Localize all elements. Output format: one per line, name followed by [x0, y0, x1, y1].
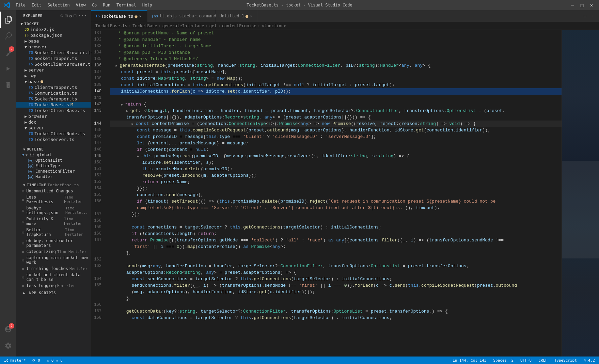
- timeline-trapreturn[interactable]: ◇ Better TrapReturn Timo Hertzler: [16, 227, 91, 238]
- breadcrumb-prop[interactable]: get: [209, 23, 217, 28]
- activity-search[interactable]: [0, 28, 16, 44]
- timeline-socket-client[interactable]: ◇ socket and client data can't be se: [16, 272, 91, 283]
- timeline-less-parenthesis[interactable]: ◇ Less Parenthesis Timo Hertzler: [16, 194, 91, 205]
- code-line-164: const sendConnections = targetSelector ?…: [110, 276, 562, 282]
- file-socketclientbrowser1[interactable]: TS SocketClientBrowser.ts: [16, 50, 91, 56]
- status-spaces[interactable]: Spaces: 2: [492, 358, 515, 363]
- code-content[interactable]: * @param presetName - Name of preset * @…: [108, 30, 562, 357]
- activity-settings[interactable]: [0, 337, 16, 354]
- npm-section[interactable]: ▶ NPM SCRIPTS: [16, 289, 91, 296]
- outline-optionslist[interactable]: [◎] OptionsList: [16, 158, 91, 163]
- code-line-135: * @category Internal Methods*/: [110, 56, 562, 62]
- git-branch-icon: ⎇: [4, 358, 9, 363]
- code-line-148: if (content)content = null;: [110, 146, 562, 153]
- folder-base-main[interactable]: ▼ base: [16, 79, 91, 84]
- code-line-153: return presetName;: [110, 179, 562, 185]
- timeline-less-logging[interactable]: ◇ less logging Hertzler: [16, 283, 91, 289]
- split-editor-icon[interactable]: ⊟: [584, 14, 586, 18]
- tab-close-untitled[interactable]: ✕: [248, 13, 254, 19]
- menu-edit[interactable]: Edit: [29, 2, 44, 8]
- folder-doc[interactable]: ▶ doc: [16, 119, 91, 125]
- file-index2js[interactable]: JS index2.js: [16, 27, 91, 32]
- timeline-tinishing[interactable]: ◇ tinishing fouches Hertzler: [16, 266, 91, 272]
- folder-base-top[interactable]: ▶ base: [16, 38, 91, 44]
- outline-title[interactable]: ▼ OUTLINE: [16, 145, 91, 152]
- status-sync[interactable]: ⟳ 0: [31, 358, 41, 363]
- menu-help[interactable]: Help: [140, 2, 155, 8]
- breadcrumb-file[interactable]: TocketBase.ts: [95, 23, 127, 28]
- project-root[interactable]: ▼ TOCKET: [16, 21, 91, 27]
- new-file-icon[interactable]: ⊕: [60, 13, 63, 18]
- outline-filtertype[interactable]: [◎] FilterType: [16, 163, 91, 169]
- sidebar: EXPLORER ⊕ ⊞ ↻ ⊟ ··· ▼ TOCKET JS index2.…: [16, 10, 91, 357]
- timeline-publicity[interactable]: ◇ Publicity & more Timo Hertzler: [16, 216, 91, 227]
- minimize-button[interactable]: ─: [568, 1, 577, 9]
- file-socketclientbrowser2[interactable]: TS SocketClientBrowser.ts: [16, 61, 91, 67]
- timeline-title[interactable]: ▼ TIMELINE TocketBase.ts: [16, 181, 91, 188]
- activity-source-control[interactable]: 2: [0, 44, 16, 61]
- activity-run[interactable]: [0, 61, 16, 77]
- status-line-ending[interactable]: CRLF: [537, 358, 549, 363]
- file-communication[interactable]: TS Communication.ts: [16, 90, 91, 96]
- status-language[interactable]: TypeScript: [553, 358, 578, 363]
- refresh-icon[interactable]: ↻: [69, 13, 72, 18]
- status-ts-version[interactable]: 4.4.2: [582, 358, 596, 363]
- code-line-166b: [110, 302, 562, 308]
- file-tocketclientnode[interactable]: TS TocketClientNode.ts: [16, 131, 91, 137]
- folder-server2[interactable]: ▼ server: [16, 125, 91, 131]
- folder-server[interactable]: ▶ server: [16, 67, 91, 73]
- code-editor[interactable]: 131 132 133 134 135 136 137 138 139 140 …: [91, 30, 599, 357]
- status-position[interactable]: Ln 144, Col 143: [451, 358, 488, 363]
- status-encoding[interactable]: UTF-8: [519, 358, 533, 363]
- outline-connectionfilter[interactable]: [◎] ConnectionFilter: [16, 169, 91, 174]
- ellipsis-icon[interactable]: ···: [78, 13, 87, 18]
- code-line-159: const connections = targetSelector ? thi…: [110, 224, 562, 231]
- tab-tocketbase[interactable]: TS TocketBase.ts ● ✕: [91, 10, 147, 22]
- outline-global[interactable]: ⊟ ▼ {} global: [16, 152, 91, 158]
- outline-handler[interactable]: [◎] Handler: [16, 174, 91, 179]
- code-line-144: ▶const contentPromise = (connection:Conn…: [110, 121, 562, 127]
- menu-go[interactable]: Go: [89, 2, 99, 8]
- status-errors[interactable]: ⚠ 0 △ 6: [46, 358, 64, 363]
- timeline-constructor[interactable]: ◇ oh boy, constructor parameters: [16, 238, 91, 249]
- timeline-categorizing[interactable]: ◇ categorizing Timo Hertzler: [16, 249, 91, 255]
- activity-account[interactable]: 2: [0, 321, 16, 337]
- code-line-149: ▶this.promiseMap.set(promiseID, {message…: [110, 153, 562, 159]
- folder-browser-top[interactable]: ▼ browser: [16, 44, 91, 50]
- tab-untitled[interactable]: Untitled-1 ● ✕: [216, 10, 258, 22]
- activity-explorer[interactable]: [0, 12, 16, 28]
- activity-extensions[interactable]: [0, 77, 16, 93]
- folder-wp[interactable]: ▶ _wp: [16, 73, 91, 79]
- file-sockettrapper1[interactable]: TS SocketTrapper.ts: [16, 56, 91, 61]
- tab-close-tocketbase[interactable]: ✕: [138, 14, 143, 19]
- timeline-capturing[interactable]: ◇ capturing main socket now work: [16, 255, 91, 266]
- timeline-byebye[interactable]: ◇ byebye settings.json Timo Hertzle...: [16, 205, 91, 216]
- status-branch[interactable]: ⎇ master*: [3, 358, 27, 363]
- menu-file[interactable]: File: [13, 2, 28, 8]
- breadcrumb: TocketBase.ts › TocketBase › generateInt…: [91, 22, 599, 30]
- folder-browser2[interactable]: ▶ browser: [16, 113, 91, 119]
- collapse-icon[interactable]: ⊟: [74, 13, 77, 18]
- breadcrumb-method[interactable]: generateInterface: [162, 23, 204, 28]
- tab-sidebar[interactable]: {ns lt.objs.sidebar.command ✕: [147, 10, 216, 22]
- close-button[interactable]: ✕: [587, 1, 596, 9]
- code-line-141: [110, 95, 562, 101]
- file-packagejson[interactable]: {} package.json: [16, 32, 91, 38]
- file-tocketclientbase[interactable]: TS TocketClientBase.ts: [16, 108, 91, 113]
- file-tocketbase[interactable]: TS TocketBase.ts M: [16, 102, 91, 108]
- more-actions-icon[interactable]: ···: [589, 14, 596, 18]
- file-tocketserver[interactable]: TS TocketServer.ts: [16, 137, 91, 142]
- menu-selection[interactable]: Selection: [45, 2, 73, 8]
- maximize-button[interactable]: □: [578, 1, 586, 9]
- new-folder-icon[interactable]: ⊞: [65, 13, 68, 18]
- activity-bar: 2 2: [0, 10, 16, 357]
- breadcrumb-class[interactable]: TocketBase: [132, 23, 157, 28]
- menu-view[interactable]: View: [73, 2, 89, 8]
- timeline-uncommitted[interactable]: ◇ Uncommitted Changes: [16, 188, 91, 194]
- menu-terminal[interactable]: Terminal: [114, 2, 139, 8]
- breadcrumb-sub[interactable]: contentPromise: [222, 23, 256, 28]
- file-socketwrapper[interactable]: TS SocketWrapper.ts: [16, 96, 91, 102]
- breadcrumb-func[interactable]: <function>: [262, 23, 286, 28]
- file-clientwrapper[interactable]: TS ClientWrapper.ts: [16, 84, 91, 90]
- menu-run[interactable]: Run: [100, 2, 113, 8]
